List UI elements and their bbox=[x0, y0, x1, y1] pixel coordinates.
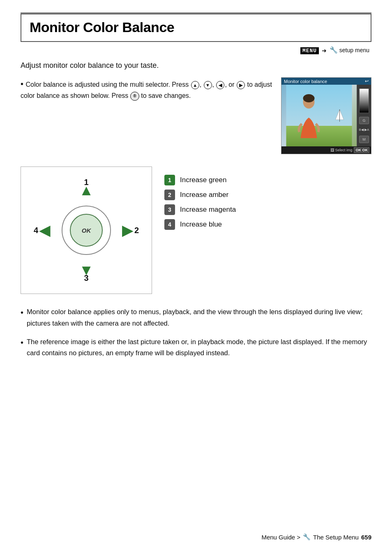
ok-circle: OK bbox=[70, 214, 103, 247]
footer-select-label: 🖼 Select img bbox=[330, 148, 353, 152]
diagram-num-3: 3 bbox=[84, 273, 88, 283]
intro-text: Adjust monitor color balance to your tas… bbox=[21, 61, 371, 70]
list-item: 4 Increase blue bbox=[164, 219, 371, 230]
camera-screen-body: G B◀ ▶A M bbox=[281, 85, 371, 146]
middle-section: 1 ▲ 2 ▶ ▼ bbox=[21, 167, 371, 294]
camera-screen-footer: 🖼 Select img OK OK bbox=[281, 146, 371, 154]
bullet-3-text: The reference image is either the last p… bbox=[27, 336, 371, 359]
badge-4: 4 bbox=[164, 219, 175, 230]
diagram-num-2: 2 bbox=[134, 226, 139, 235]
camera-screen-title: Monitor color balance bbox=[284, 79, 327, 84]
bottom-bullet-3: • The reference image is either the last… bbox=[21, 336, 371, 359]
symbol-right: ▶ bbox=[237, 81, 245, 89]
list-item: 2 Increase amber bbox=[164, 190, 371, 200]
wrench-icon: 🔧 bbox=[330, 46, 338, 54]
arrow-right: ▶ bbox=[122, 223, 134, 238]
symbol-up: ▲ bbox=[191, 81, 199, 89]
bullet-1-text: Color balance is adjusted using the mult… bbox=[21, 77, 273, 101]
list-item: 1 Increase green bbox=[164, 175, 371, 185]
item-4-text: Increase blue bbox=[180, 220, 222, 229]
camera-controls: G B◀ ▶A M bbox=[357, 85, 371, 146]
camera-screen: Monitor color balance ↩ bbox=[281, 77, 371, 154]
diagram-inner: 1 ▲ 2 ▶ ▼ bbox=[33, 177, 140, 284]
camera-screen-titlebar: Monitor color balance ↩ bbox=[281, 78, 371, 85]
bottom-bullets: • Monitor color balance applies only to … bbox=[21, 306, 371, 359]
menu-breadcrumb: MENU ➜ 🔧 setup menu bbox=[21, 46, 371, 54]
cam-m-btn: M bbox=[359, 136, 369, 143]
page-footer: Menu Guide > 🔧 The Setup Menu 659 bbox=[261, 533, 371, 541]
item-2-text: Increase amber bbox=[180, 191, 228, 199]
badge-1: 1 bbox=[164, 175, 175, 185]
camera-photo-svg bbox=[281, 85, 357, 146]
menu-arrow: ➜ bbox=[322, 47, 327, 54]
item-1-text: Increase green bbox=[180, 176, 226, 184]
svg-point-5 bbox=[303, 94, 315, 102]
left-arrow-icon: ◀ bbox=[39, 222, 51, 238]
ok-symbol: ® bbox=[130, 92, 139, 101]
footer-page-num: 659 bbox=[361, 534, 371, 541]
symbol-down: ▼ bbox=[204, 81, 212, 89]
item-3-text: Increase magenta bbox=[180, 206, 236, 214]
numbered-list: 1 Increase green 2 Increase amber 3 Incr… bbox=[164, 167, 371, 234]
footer-section: The Setup Menu bbox=[313, 534, 359, 541]
diagram-num-4: 4 bbox=[34, 226, 38, 235]
camera-photo-area bbox=[281, 85, 357, 146]
to-text: to bbox=[247, 81, 252, 88]
or-text: or bbox=[228, 81, 234, 88]
list-item: 3 Increase magenta bbox=[164, 204, 371, 215]
bullet-dot-2: • bbox=[21, 306, 23, 319]
title-box: Monitor Color Balance bbox=[21, 14, 371, 42]
right-arrow-icon: ▶ bbox=[122, 222, 134, 238]
symbol-left: ◀ bbox=[216, 81, 224, 89]
camera-back-icon: ↩ bbox=[365, 79, 369, 84]
diagram-num-1: 1 bbox=[84, 178, 88, 187]
menu-suffix: setup menu bbox=[339, 47, 369, 53]
bottom-bullet-2: • Monitor color balance applies only to … bbox=[21, 306, 371, 329]
badge-3: 3 bbox=[164, 204, 175, 215]
bullet-dot-3: • bbox=[21, 336, 23, 349]
footer-ok-btn: OK OK bbox=[354, 147, 369, 153]
ok-label: OK bbox=[82, 227, 91, 234]
footer-guide: Menu Guide > bbox=[261, 534, 300, 541]
arrow-left: ◀ bbox=[39, 223, 51, 238]
cam-g-btn: G bbox=[359, 117, 369, 124]
badge-2: 2 bbox=[164, 190, 175, 200]
direction-diagram: 1 ▲ 2 ▶ ▼ bbox=[21, 167, 152, 294]
cam-ba-label: B◀ ▶A bbox=[359, 128, 369, 132]
menu-word: MENU bbox=[300, 47, 319, 54]
grayscale-bar bbox=[359, 88, 369, 113]
footer-wrench-icon: 🔧 bbox=[303, 533, 311, 541]
bullet-2-text: Monitor color balance applies only to me… bbox=[27, 306, 371, 329]
top-section: Color balance is adjusted using the mult… bbox=[21, 77, 371, 154]
page-title: Monitor Color Balance bbox=[30, 19, 362, 35]
